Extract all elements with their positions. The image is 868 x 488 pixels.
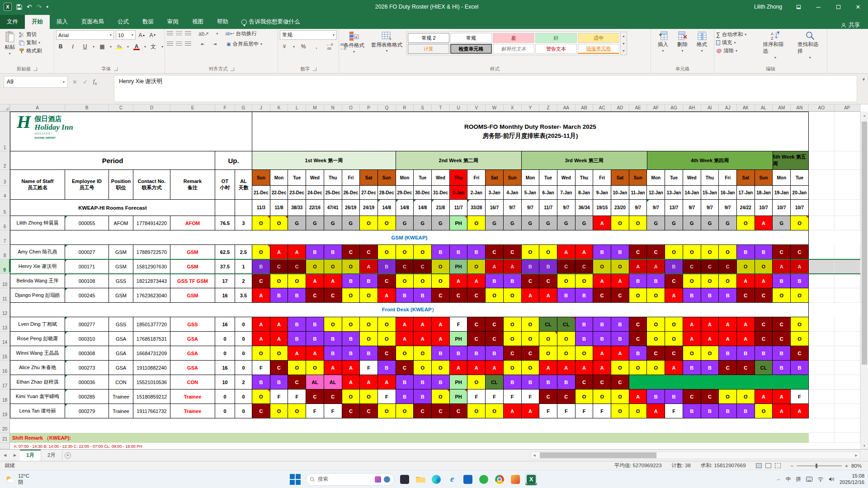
merged-green-17[interactable] — [629, 375, 809, 389]
keyboard-icon[interactable] — [806, 477, 812, 482]
shift-10-9-Jan[interactable]: A — [593, 274, 611, 288]
staff-11-ot[interactable]: 16 — [215, 288, 235, 303]
shift-10-7-Jan[interactable]: O — [557, 274, 576, 288]
staff-19-remark[interactable]: Trainee — [170, 404, 215, 418]
shift-13-9-Jan[interactable]: B — [593, 317, 611, 332]
shift-16-1-Jan[interactable]: A — [450, 361, 468, 375]
column-header-AK[interactable]: AK — [737, 104, 755, 112]
column-header-AH[interactable]: AH — [683, 104, 701, 112]
cell-AO9[interactable] — [809, 259, 835, 274]
column-header-J[interactable]: J — [252, 104, 270, 112]
forecast-8-Jan[interactable]: 36/34 — [576, 200, 594, 216]
shift-17-31-Dec[interactable]: B — [432, 375, 450, 389]
shift-10-3-Jan[interactable]: B — [486, 274, 504, 288]
shift-13-24-Dec[interactable]: B — [306, 317, 324, 332]
forecast-24-Dec[interactable]: 22/16 — [306, 200, 324, 216]
staff-13-employee-id[interactable]: 000277 — [65, 317, 109, 332]
shift-10-19-Jan[interactable]: B — [773, 274, 791, 288]
vscroll-thumb[interactable] — [862, 122, 867, 365]
horizontal-scrollbar[interactable]: ◀ ▶ — [530, 451, 860, 459]
forecast-12-Jan[interactable]: 9/7 — [647, 200, 665, 216]
shift-9-30-Dec[interactable]: C — [414, 259, 432, 274]
staff-14-name[interactable]: Rose Peng 彭晓露 — [10, 332, 65, 346]
shift-18-3-Jan[interactable]: F — [486, 389, 504, 404]
staff-9-position[interactable]: GSM — [109, 259, 133, 274]
staff-6-name[interactable]: Lilith Zhong 钟晨晨 — [10, 216, 65, 230]
shift-6-18-Jan[interactable]: A — [755, 216, 773, 230]
shift-13-14-Jan[interactable]: A — [683, 317, 701, 332]
shift-19-7-Jan[interactable]: F — [557, 404, 576, 418]
forecast-11-Jan[interactable]: 9/7 — [629, 200, 647, 216]
shift-16-7-Jan[interactable]: A — [557, 361, 576, 375]
row-header-12[interactable]: 12 — [0, 303, 10, 317]
row-header-9[interactable]: 9 — [0, 259, 10, 274]
staff-8-contact[interactable]: 17889722570 — [133, 245, 170, 259]
shift-17-5-Jan[interactable]: B — [522, 375, 540, 389]
shift-13-20-Jan[interactable]: O — [791, 317, 809, 332]
shift-11-4-Jan[interactable]: O — [504, 288, 522, 303]
shift-8-11-Jan[interactable]: C — [629, 245, 647, 259]
tab-view[interactable]: 视图 — [185, 15, 210, 29]
row-header-21[interactable]: 21 — [0, 433, 10, 443]
staff-19-name[interactable]: Lena Tan 谭玲丽 — [10, 404, 65, 418]
shift-9-19-Jan[interactable]: A — [773, 259, 791, 274]
shift-6-16-Jan[interactable]: G — [719, 216, 737, 230]
staff-19-al[interactable]: 0 — [235, 404, 252, 418]
shift-16-24-Dec[interactable]: O — [306, 361, 324, 375]
shift-9-11-Jan[interactable]: A — [629, 259, 647, 274]
staff-16-remark[interactable]: GSA — [170, 361, 215, 375]
increase-indent-icon[interactable]: ⇥ — [210, 39, 219, 48]
shift-19-25-Dec[interactable]: F — [324, 404, 342, 418]
search-box[interactable]: 搜索 — [306, 473, 394, 486]
shift-16-8-Jan[interactable]: A — [576, 361, 594, 375]
row-header-22[interactable] — [0, 443, 10, 449]
shift-8-25-Dec[interactable]: B — [324, 245, 342, 259]
tab-review[interactable]: 审阅 — [160, 15, 185, 29]
cell-style-linked[interactable]: 链接单元格 — [578, 44, 619, 54]
shift-9-18-Jan[interactable]: O — [755, 259, 773, 274]
shift-14-20-Jan[interactable]: O — [791, 332, 809, 346]
shift-16-31-Dec[interactable]: O — [432, 361, 450, 375]
staff-14-contact[interactable]: 17685187531 — [133, 332, 170, 346]
cell-AP21[interactable] — [835, 433, 860, 443]
orange-app-icon[interactable] — [509, 474, 521, 485]
shift-10-8-Jan[interactable]: O — [576, 274, 594, 288]
forecast-29-Dec[interactable]: 14/8 — [396, 200, 414, 216]
staff-6-position[interactable]: AFOM — [109, 216, 133, 230]
shift-18-27-Dec[interactable]: O — [360, 389, 378, 404]
shift-6-8-Jan[interactable]: G — [576, 216, 594, 230]
shift-11-8-Jan[interactable]: B — [576, 288, 594, 303]
shift-9-9-Jan[interactable]: O — [593, 259, 611, 274]
shift-17-27-Dec[interactable]: A — [360, 375, 378, 389]
staff-6-ot[interactable]: 76.5 — [215, 216, 235, 230]
format-cells-button[interactable]: 格式▾ — [694, 30, 710, 54]
shift-18-20-Jan[interactable]: F — [791, 389, 809, 404]
forecast-14-Jan[interactable]: 9/7 — [683, 200, 701, 216]
shift-13-8-Jan[interactable]: B — [576, 317, 594, 332]
column-header-C[interactable]: C — [109, 104, 133, 112]
shift-19-21-Dec[interactable]: C — [252, 404, 270, 418]
forecast-27-Dec[interactable]: 24/19 — [360, 200, 378, 216]
column-header-Z[interactable]: Z — [539, 104, 557, 112]
shift-15-4-Jan[interactable]: C — [504, 346, 522, 361]
shift-13-29-Dec[interactable]: A — [396, 317, 414, 332]
shift-11-5-Jan[interactable]: A — [522, 288, 540, 303]
shift-18-6-Jan[interactable]: C — [539, 389, 557, 404]
shift-14-8-Jan[interactable]: B — [576, 332, 594, 346]
shift-14-14-Jan[interactable]: A — [683, 332, 701, 346]
shift-18-29-Dec[interactable]: B — [396, 389, 414, 404]
shift-8-6-Jan[interactable]: O — [539, 245, 557, 259]
shift-6-13-Jan[interactable]: G — [665, 216, 683, 230]
shift-14-18-Jan[interactable]: C — [755, 332, 773, 346]
shift-18-31-Dec[interactable]: O — [432, 389, 450, 404]
row-header-1[interactable]: 1 — [0, 112, 10, 151]
shift-16-5-Jan[interactable]: O — [522, 361, 540, 375]
shift-14-30-Dec[interactable]: A — [414, 332, 432, 346]
cell-AP3[interactable] — [835, 170, 860, 200]
shift-9-8-Jan[interactable]: C — [576, 259, 594, 274]
column-header-T[interactable]: T — [432, 104, 450, 112]
align-middle-icon[interactable] — [176, 31, 182, 36]
staff-10-al[interactable]: 2 — [235, 274, 252, 288]
copy-button[interactable]: 复制▾ — [19, 39, 42, 46]
column-header-D[interactable]: D — [133, 104, 170, 112]
